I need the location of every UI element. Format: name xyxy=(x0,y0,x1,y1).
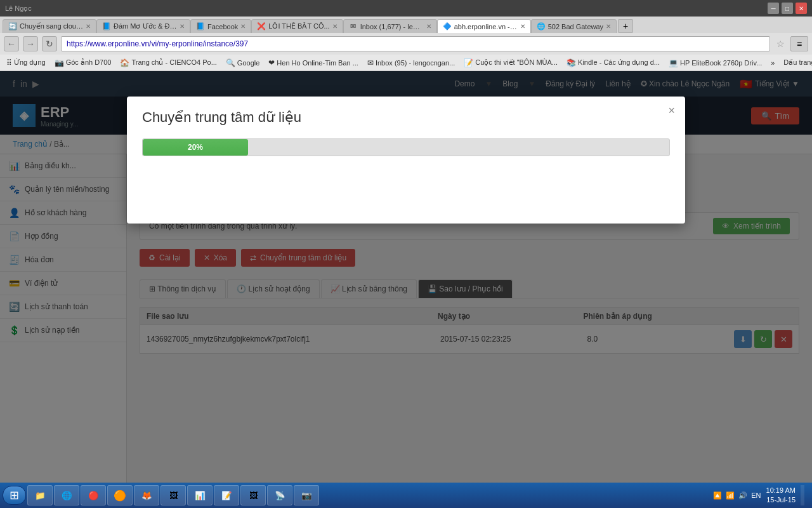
close-button[interactable]: ✕ xyxy=(796,3,807,14)
taskbar-app-photoshop[interactable]: 🖼 xyxy=(160,485,186,505)
tab-3[interactable]: ❌ LỖI THẾ BẤT CÔ... ✕ xyxy=(251,19,343,33)
tab-close-4[interactable]: ✕ xyxy=(426,23,431,30)
bookmark-more-label: » xyxy=(771,59,775,67)
tab-2[interactable]: 📘 Facebook ✕ xyxy=(190,19,251,33)
modal-title: Chuyển trung tâm dữ liệu xyxy=(142,109,670,126)
bookmark-7[interactable]: 📚 Kindle - Các ứng dụng d... xyxy=(563,57,664,69)
taskbar: ⊞ 📁 🌐 🔴 🟠 🦊 🖼 📊 📝 🖼 📡 xyxy=(0,483,812,508)
minimize-button[interactable]: ─ xyxy=(768,3,779,14)
tab-close-2[interactable]: ✕ xyxy=(240,23,246,30)
forward-button[interactable]: → xyxy=(23,36,38,51)
window-controls[interactable]: ─ □ ✕ xyxy=(768,3,807,14)
bookmark-label-1: Góc ảnh D700 xyxy=(66,58,112,67)
bookmark-3[interactable]: 🔍 Google xyxy=(222,57,263,69)
tab-close-6[interactable]: ✕ xyxy=(606,23,611,30)
back-button[interactable]: ← xyxy=(4,36,19,51)
address-bar-row: ← → ↻ ☆ ≡ xyxy=(0,33,812,55)
bookmark-label-8: HP EliteBook 2760p Driv... xyxy=(680,59,762,67)
bookmark-8[interactable]: 💻 HP EliteBook 2760p Driv... xyxy=(665,57,766,69)
taskbar-app-firefox[interactable]: 🦊 xyxy=(134,485,159,505)
taskbar-app-excel[interactable]: 📊 xyxy=(187,485,213,505)
tab-favicon-5: 🔷 xyxy=(443,22,452,31)
bookmark-2[interactable]: 🏠 Trang chủ - CIENCO4 Po... xyxy=(116,57,220,69)
bm-icon-1: 📷 xyxy=(55,58,64,67)
bookmark-more[interactable]: » xyxy=(767,58,778,68)
tab-0[interactable]: 🔄 Chuyển sang cloud s... ✕ xyxy=(3,19,96,33)
tab-label-3: LỖI THẾ BẤT CÔ... xyxy=(268,22,329,30)
taskbar-app-word[interactable]: 📝 xyxy=(214,485,239,505)
bm-icon-5: ✉ xyxy=(367,58,374,67)
reload-button[interactable]: ↻ xyxy=(42,36,57,51)
bm-icon-6: 📝 xyxy=(464,58,473,67)
bm-icon-4: ❤ xyxy=(268,58,275,67)
tab-close-1[interactable]: ✕ xyxy=(180,23,185,30)
modal-close-button[interactable]: × xyxy=(668,104,675,117)
bookmarks-bar: ⠿ Ứng dụng 📷 Góc ảnh D700 🏠 Trang chủ - … xyxy=(0,55,812,71)
tab-label-1: Đám Mơ Ước & Đám... xyxy=(114,22,177,30)
tray-icon-1: 🔼 xyxy=(713,491,722,500)
remote-icon: 📡 xyxy=(275,491,285,500)
browser-chrome: Lê Ngọc ─ □ ✕ 🔄 Chuyển sang cloud s... ✕… xyxy=(0,0,812,71)
progress-bar-container: 20% xyxy=(142,138,670,156)
firefox-icon: 🦊 xyxy=(141,491,152,500)
taskbar-app-photo2[interactable]: 📷 xyxy=(294,485,319,505)
tab-5[interactable]: 🔷 abh.erponline.vn - ER... ✕ xyxy=(437,19,531,33)
window-title: Lê Ngọc xyxy=(5,4,32,13)
bookmark-label-6: Cuộc thi viết "BÔN MÙA... xyxy=(475,58,558,67)
apps-icon: ⠿ xyxy=(6,58,12,67)
tab-label-2: Facebook xyxy=(207,23,238,30)
start-button[interactable]: ⊞ xyxy=(3,486,26,505)
progress-label: 20% xyxy=(188,143,203,152)
address-input[interactable] xyxy=(61,36,770,51)
tab-6[interactable]: 🌐 502 Bad Gateway ✕ xyxy=(531,19,617,33)
browser-tabs: 🔄 Chuyển sang cloud s... ✕ 📘 Đám Mơ Ước … xyxy=(0,17,812,33)
tab-4[interactable]: ✉ Inbox (1,677) - lengo... ✕ xyxy=(343,19,437,33)
tab-1[interactable]: 📘 Đám Mơ Ước & Đám... ✕ xyxy=(96,19,190,33)
tab-label-5: abh.erponline.vn - ER... xyxy=(454,23,518,30)
image-icon: 🖼 xyxy=(249,491,258,500)
tab-label-0: Chuyển sang cloud s... xyxy=(20,22,83,30)
tab-favicon-0: 🔄 xyxy=(8,22,17,31)
volume-icon: 🔊 xyxy=(738,491,747,500)
bookmark-label-2: Trang chủ - CIENCO4 Po... xyxy=(131,58,216,67)
windows-icon: ⊞ xyxy=(10,488,19,502)
title-bar: Lê Ngọc ─ □ ✕ xyxy=(0,0,812,17)
ps-icon: 🖼 xyxy=(169,491,178,500)
network-icon: 📶 xyxy=(726,491,735,500)
tab-close-3[interactable]: ✕ xyxy=(332,23,337,30)
bookmark-6[interactable]: 📝 Cuộc thi viết "BÔN MÙA... xyxy=(460,57,561,69)
modal-dialog: Chuyển trung tâm dữ liệu × 20% xyxy=(127,97,685,224)
clock: 10:19 AM 15-Jul-15 xyxy=(766,486,796,505)
taskbar-app-explorer[interactable]: 📁 xyxy=(27,485,53,505)
tab-favicon-6: 🌐 xyxy=(537,22,546,31)
bookmark-apps-label: Ứng dụng xyxy=(14,58,46,67)
bookmark-5[interactable]: ✉ Inbox (95) - lengocngan... xyxy=(363,57,459,69)
taskbar-left: ⊞ 📁 🌐 🔴 🟠 🦊 🖼 📊 📝 🖼 📡 xyxy=(3,485,319,505)
bookmark-4[interactable]: ❤ Hen Ho Online-Tim Ban ... xyxy=(265,57,362,69)
bookmark-1[interactable]: 📷 Góc ảnh D700 xyxy=(51,57,115,69)
taskbar-app-opera[interactable]: 🔴 xyxy=(81,485,106,505)
maximize-button[interactable]: □ xyxy=(782,3,793,14)
bookmark-other[interactable]: Dấu trang khác xyxy=(780,57,812,68)
extensions-button[interactable]: ≡ xyxy=(790,36,808,51)
new-tab-button[interactable]: + xyxy=(618,19,633,33)
tab-close-5[interactable]: ✕ xyxy=(520,23,525,30)
bookmark-label-5: Inbox (95) - lengocngan... xyxy=(376,59,455,67)
word-icon: 📝 xyxy=(221,491,232,500)
bookmark-label-7: Kindle - Các ứng dụng d... xyxy=(578,58,660,67)
excel-icon: 📊 xyxy=(195,491,206,500)
tab-favicon-2: 📘 xyxy=(196,22,205,31)
taskbar-app-ie[interactable]: 🌐 xyxy=(54,485,79,505)
show-desktop-button[interactable] xyxy=(801,485,804,505)
taskbar-app-image[interactable]: 🖼 xyxy=(240,485,266,505)
modal-overlay[interactable]: Chuyển trung tâm dữ liệu × 20% xyxy=(0,71,812,499)
taskbar-app-remote[interactable]: 📡 xyxy=(267,485,292,505)
taskbar-app-chrome[interactable]: 🟠 xyxy=(107,485,133,505)
bookmark-star-icon[interactable]: ☆ xyxy=(774,37,787,50)
clock-date: 15-Jul-15 xyxy=(766,495,796,505)
tab-favicon-3: ❌ xyxy=(257,22,266,31)
bookmark-other-label: Dấu trang khác xyxy=(783,58,812,67)
tab-close-0[interactable]: ✕ xyxy=(86,23,91,30)
bm-icon-2: 🏠 xyxy=(120,58,129,67)
bookmark-apps[interactable]: ⠿ Ứng dụng xyxy=(3,57,49,69)
